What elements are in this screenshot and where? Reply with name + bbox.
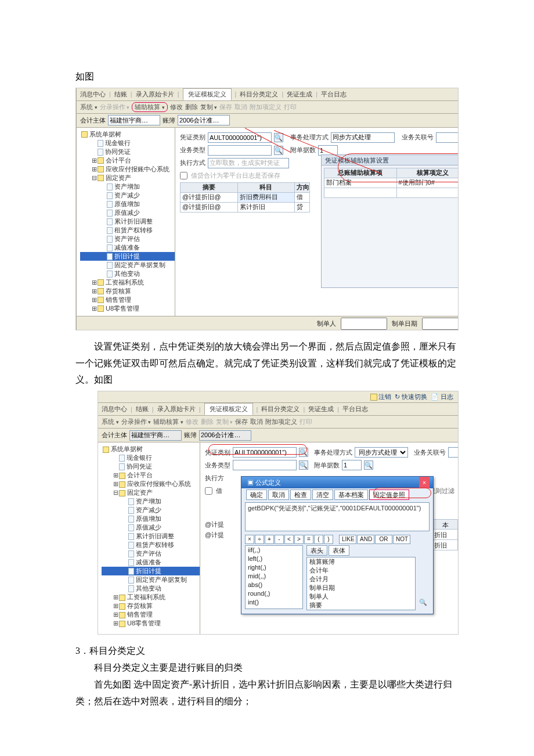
search-icon[interactable]: 🔍 xyxy=(299,460,308,470)
formula-btn[interactable]: 基本档案 xyxy=(334,489,368,500)
tree-node[interactable]: 其他变动 xyxy=(80,269,175,278)
tree-node[interactable]: 原值减少 xyxy=(102,523,200,532)
tb-del[interactable]: 删除 xyxy=(185,103,198,111)
formula-text[interactable]: getBDPK("凭证类别","记账凭证","0001DEFAULT000000… xyxy=(245,502,430,531)
formula-btn[interactable]: 检查 xyxy=(290,489,311,500)
list-item[interactable]: 摘要 xyxy=(307,601,415,610)
close-icon[interactable]: × xyxy=(419,477,430,488)
list-item[interactable]: 会计年 xyxy=(307,566,415,575)
list-item[interactable]: mid(,,) xyxy=(246,572,302,581)
tree-node[interactable]: ⊞会计平台 xyxy=(102,471,200,480)
list-item[interactable]: 核算账簿 xyxy=(307,557,415,566)
tb-op[interactable]: 分录操作 xyxy=(121,417,151,426)
search-icon[interactable]: 🔍 xyxy=(274,133,283,142)
tab[interactable]: 消息中心 xyxy=(80,90,106,99)
tree-node[interactable]: ⊞应收应付报账中心系统 xyxy=(80,165,175,174)
tab[interactable]: 凭证模板定义 xyxy=(183,88,232,100)
tree-node[interactable]: ⊟固定资产 xyxy=(102,488,200,497)
mdate-value[interactable] xyxy=(422,318,459,330)
tab[interactable]: 凭证模板定义 xyxy=(204,403,253,415)
chk[interactable] xyxy=(205,487,212,495)
tree-node[interactable]: 累计折旧调整 xyxy=(80,217,175,226)
tb-cancel[interactable]: 取消 xyxy=(250,417,263,426)
tab-body[interactable]: 表体 xyxy=(329,545,349,556)
tb-cpy[interactable]: 复制 xyxy=(200,103,218,111)
tree-node[interactable]: 累计折旧调整 xyxy=(102,532,200,541)
func-list[interactable]: iif(,,)left(,)right(,)mid(,,)abs()round(… xyxy=(245,545,303,609)
tree-node[interactable]: 资产增加 xyxy=(80,182,175,191)
tree-node[interactable]: 现金银行 xyxy=(102,453,200,462)
tree-node[interactable]: 原值增加 xyxy=(80,200,175,208)
tree-node[interactable]: 减值准备 xyxy=(102,558,200,567)
formula-btn[interactable]: 取消 xyxy=(268,489,289,500)
list-item[interactable]: iif(,,) xyxy=(246,546,302,555)
tree-node[interactable]: 资产增加 xyxy=(102,497,200,506)
tab[interactable]: 平台日志 xyxy=(321,90,347,99)
list-item[interactable]: abs() xyxy=(246,581,302,589)
list-item[interactable]: 会计月 xyxy=(307,575,415,584)
tab[interactable]: 科目分类定义 xyxy=(261,405,300,413)
tab[interactable]: 录入原始卡片 xyxy=(157,405,196,413)
tree-node[interactable]: 资产评估 xyxy=(80,235,175,243)
tree-node[interactable]: ⊞存货核算 xyxy=(80,287,175,296)
tab[interactable]: 凭证生成 xyxy=(308,405,334,413)
tree-node[interactable]: ⊞应收应付报账中心系统 xyxy=(102,480,200,488)
biz-value[interactable] xyxy=(208,145,272,156)
tree-node[interactable]: 固定资产单据复制 xyxy=(102,575,200,584)
vt-value[interactable] xyxy=(208,132,272,143)
tree-node[interactable]: 其他变动 xyxy=(102,584,200,593)
op-btn[interactable]: NOT xyxy=(393,535,410,544)
tree-node[interactable]: ⊞U8零售管理 xyxy=(102,619,200,628)
list-item[interactable]: 制单日期 xyxy=(307,584,415,592)
tree-node[interactable]: 租赁产权转移 xyxy=(80,226,175,235)
list-item[interactable]: left(,) xyxy=(246,555,302,563)
tree-node[interactable]: 减值准备 xyxy=(80,243,175,252)
search-icon[interactable]: 🔍 xyxy=(274,146,283,155)
tree-node[interactable]: 资产减少 xyxy=(102,506,200,514)
op-btn[interactable]: < xyxy=(284,535,294,544)
op-btn[interactable]: × xyxy=(245,535,254,544)
tb-mod[interactable]: 修改 xyxy=(170,103,183,111)
tree-node[interactable]: 租赁产权转移 xyxy=(102,541,200,549)
tree-node[interactable]: ⊞会计平台 xyxy=(80,156,175,165)
search-icon[interactable]: 🔍 xyxy=(364,460,373,470)
tb-aux[interactable]: 辅助核算 xyxy=(153,417,183,426)
op-btn[interactable]: ( xyxy=(314,535,323,544)
search-icon[interactable]: 🔍 xyxy=(419,599,430,606)
formula-btn[interactable]: 清空 xyxy=(312,489,333,500)
link-value[interactable] xyxy=(448,447,458,458)
list-item[interactable]: int() xyxy=(246,598,302,607)
op-btn[interactable]: ) xyxy=(324,535,333,544)
sub-value[interactable] xyxy=(108,115,160,125)
tree-node[interactable]: ⊞销售管理 xyxy=(80,296,175,304)
chk-save[interactable] xyxy=(180,172,187,179)
proc-value[interactable]: 同步方式处理 xyxy=(355,447,408,458)
tab[interactable]: 凭证生成 xyxy=(287,90,312,99)
logout-link[interactable]: 注销 xyxy=(370,393,391,401)
tree-node[interactable]: ⊞U8零售管理 xyxy=(80,304,175,313)
tb-save[interactable]: 保存 xyxy=(235,417,248,426)
tab-head[interactable]: 表头 xyxy=(306,545,327,556)
tb-extra[interactable]: 附加项定义 xyxy=(265,417,297,426)
tab[interactable]: 平台日志 xyxy=(342,405,368,413)
book-value[interactable] xyxy=(178,115,230,125)
tree-node[interactable]: ⊞销售管理 xyxy=(102,610,200,619)
log-link[interactable]: 📄 日志 xyxy=(431,393,453,401)
vt-value[interactable] xyxy=(233,447,297,458)
mid-root[interactable]: 系统单据树 xyxy=(80,130,175,139)
tab[interactable]: 结账 xyxy=(114,90,127,99)
link-value[interactable] xyxy=(436,132,459,143)
tb-sys[interactable]: 系统 xyxy=(102,417,119,426)
tree-node[interactable]: ⊞工资福利系统 xyxy=(102,593,200,602)
list-item[interactable]: round(,) xyxy=(246,589,302,598)
biz-value[interactable] xyxy=(233,460,297,470)
tab[interactable]: 结账 xyxy=(136,405,149,413)
exec-value[interactable] xyxy=(208,158,289,168)
tab[interactable]: 消息中心 xyxy=(102,405,127,413)
tree-node[interactable]: 资产评估 xyxy=(102,549,200,558)
switch-link[interactable]: ↻ 快速切换 xyxy=(395,393,427,401)
tb-sys[interactable]: 系统 xyxy=(80,103,98,111)
mid-root[interactable]: 系统单据树 xyxy=(102,445,200,453)
list-item[interactable]: 制单人 xyxy=(307,592,415,601)
tree-node[interactable]: 协同凭证 xyxy=(80,147,175,156)
